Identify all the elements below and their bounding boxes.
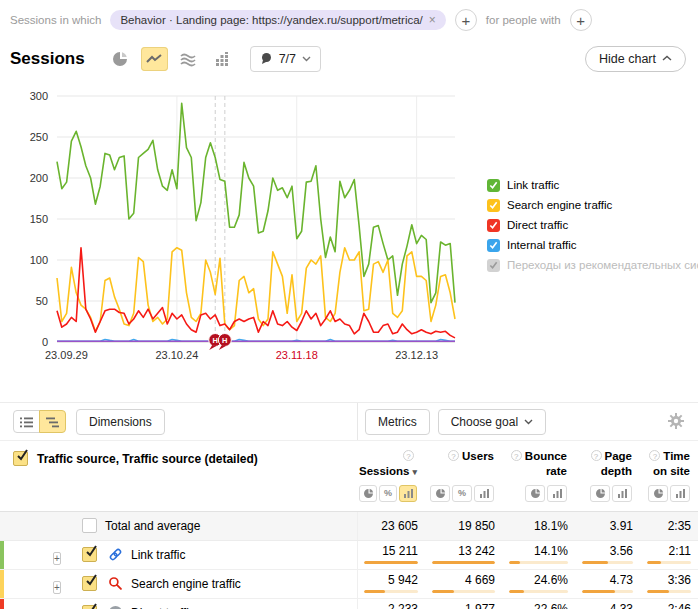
metric-column-header[interactable]: ?Users [425,449,502,479]
bars-toggle-button[interactable] [474,485,494,502]
help-icon[interactable]: ? [649,450,660,461]
metric-column-labels: ?Sessions▾?Users?Bouncerate?Pagedepth?Ti… [357,449,698,479]
metric-value: 4.33 [610,603,633,609]
metric-value-cell: 3.91 [576,512,641,540]
pie-toggle-button[interactable] [525,485,545,502]
dimension-checkbox[interactable] [13,451,28,466]
column-chart-icon [213,50,231,68]
table-settings-gear-icon[interactable] [668,413,684,433]
dimensions-button[interactable]: Dimensions [76,409,165,435]
x-axis-label: 23.11.18 [276,349,318,361]
pie-toggle-button[interactable] [648,485,668,502]
legend-checkbox[interactable] [487,179,500,192]
metric-column-header[interactable]: ?Timeon site [640,449,698,479]
metric-value-cell: 23 605 [358,512,426,540]
help-icon[interactable]: ? [403,450,414,461]
metric-display-toggles: % [357,485,425,502]
expand-button[interactable]: + [53,581,61,594]
metric-column-toggles: %% [357,485,698,502]
legend-checkbox[interactable] [487,259,500,272]
legend-item[interactable]: Direct traffic [487,215,698,235]
pie-toggle-button[interactable] [590,485,610,502]
help-icon[interactable]: ? [591,450,602,461]
legend-checkbox[interactable] [487,199,500,212]
add-people-filter-button[interactable]: + [570,9,592,31]
metric-label: Users [462,450,494,462]
search-icon [108,576,123,591]
legend-checkbox[interactable] [487,239,500,252]
svg-text:250: 250 [30,131,48,143]
bars-icon [552,488,563,499]
metric-bar-fill [509,561,520,564]
choose-goal-label: Choose goal [451,415,518,429]
bars-toggle-button[interactable] [612,485,632,502]
legend-item[interactable]: Link traffic [487,175,698,195]
metric-bar-track [432,590,495,593]
bars-toggle-button[interactable] [547,485,567,502]
row-label[interactable]: Total and average [105,519,200,533]
metric-label: Page [605,450,633,462]
svg-text:H: H [222,336,227,345]
metric-value-cell: 2:35 [641,512,698,540]
legend-checkbox[interactable] [487,219,500,232]
line-chart-icon [145,50,163,68]
metric-value: 2:11 [669,545,691,557]
pie-toggle-button[interactable] [359,485,377,502]
column-chart-type-button[interactable] [209,47,236,71]
legend-item[interactable]: Search engine traffic [487,195,698,215]
table-row: Direct traffic2 2331 97722.6%4.332:46 [0,599,698,609]
metrics-button[interactable]: Metrics [365,409,430,435]
annotation-marker: H [218,334,231,351]
bars-toggle-button[interactable] [670,485,690,502]
segment-chip-text: Behavior · Landing page: https://yandex.… [120,14,422,26]
hide-chart-button[interactable]: Hide chart [585,46,686,72]
help-icon[interactable]: ? [511,450,522,461]
bars-toggle-button[interactable] [399,485,417,502]
metric-value-cell: 4 669 [426,570,503,598]
help-icon[interactable]: ? [448,450,459,461]
expand-button[interactable]: + [53,552,61,565]
pie-chart-icon [111,50,129,68]
metric-bar-track [509,590,568,593]
metric-display-toggles [640,485,698,502]
metric-value-cell: 3.56 [576,541,641,569]
add-segment-button[interactable]: + [455,9,477,31]
metric-column-header[interactable]: ?Pagedepth [575,449,640,479]
metric-bar-track [364,561,418,564]
row-checkbox[interactable] [82,605,97,609]
legend-item[interactable]: Internal traffic [487,235,698,255]
row-label[interactable]: Link traffic [131,548,185,562]
metric-bar-track [509,561,568,564]
pie-chart-type-button[interactable] [107,47,134,71]
percent-toggle-button[interactable]: % [452,485,472,502]
metric-column-header[interactable]: ?Bouncerate [502,449,575,479]
table-row: +Search engine traffic5 9424 66924.6%4.7… [0,570,698,599]
metric-value: 18.1% [534,520,568,532]
row-checkbox[interactable] [82,518,97,533]
check-icon [489,181,498,190]
legend-label: Search engine traffic [507,199,612,211]
metric-column-header[interactable]: ?Sessions▾ [357,449,425,479]
table-toolbar: Dimensions Metrics Choose goal [0,403,698,440]
list-view-button[interactable] [13,410,40,433]
segments-dropdown[interactable]: 7/7 [250,46,321,72]
percent-toggle-button[interactable]: % [379,485,397,502]
choose-goal-button[interactable]: Choose goal [438,409,546,435]
row-label[interactable]: Search engine traffic [131,577,241,591]
metric-display-toggles: % [425,485,502,502]
legend-item[interactable]: Переходы из рекомендательных систем [487,255,698,275]
x-axis-label: 23.12.13 [395,349,438,361]
dimension-header-cell: Traffic source, Traffic source (detailed… [0,441,357,511]
line-chart-type-button[interactable] [141,47,168,71]
pie-toggle-button[interactable] [430,485,450,502]
metric-bar-fill [364,590,385,593]
row-checkbox[interactable] [82,547,97,562]
pie-icon [530,488,541,499]
chip-close-icon[interactable]: × [429,14,436,26]
dimension-cell: Direct traffic [0,599,357,609]
stacked-area-type-button[interactable] [175,47,202,71]
row-checkbox[interactable] [82,576,97,591]
tree-view-button[interactable] [39,410,66,433]
segment-chip[interactable]: Behavior · Landing page: https://yandex.… [110,10,445,30]
metric-display-toggles [502,485,575,502]
